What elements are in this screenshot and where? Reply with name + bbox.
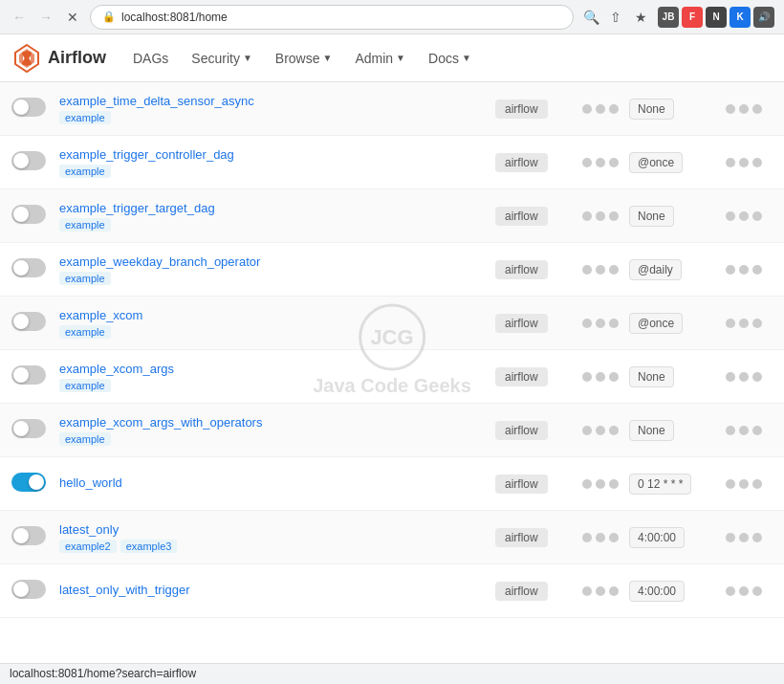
schedule-cell: None <box>629 423 715 437</box>
ext-n[interactable]: N <box>706 7 727 28</box>
nav-browse[interactable]: Browse ▼ <box>264 34 344 82</box>
task-dot <box>609 533 619 542</box>
nav-admin[interactable]: Admin ▼ <box>343 34 417 82</box>
dag-row: example_xcom_args example airflow None <box>0 350 784 404</box>
task-dot <box>582 158 592 167</box>
run-dot <box>739 479 749 489</box>
schedule-cell: 4:00:00 <box>629 584 715 598</box>
run-dot <box>739 104 749 114</box>
dag-toggle[interactable] <box>11 580 46 599</box>
task-dot <box>596 104 605 114</box>
dag-name[interactable]: example_xcom_args_with_operators <box>59 415 490 430</box>
dag-name[interactable]: example_weekday_branch_operator <box>59 254 490 269</box>
nav-logo[interactable]: Airflow <box>11 43 106 74</box>
schedule-cell: None <box>629 209 715 223</box>
schedule-badge: 4:00:00 <box>629 527 685 548</box>
dag-tag: example <box>59 111 111 124</box>
run-dot <box>752 319 762 328</box>
dag-toggle[interactable] <box>11 205 46 224</box>
ext-blue[interactable]: K <box>730 7 751 28</box>
share-icon[interactable]: ⇧ <box>606 8 625 27</box>
task-dot <box>596 265 605 275</box>
task-dot <box>582 586 592 596</box>
dag-list: example_time_delta_sensor_async example … <box>0 82 784 618</box>
dag-name[interactable]: example_xcom <box>59 308 490 322</box>
run-dot <box>739 319 749 328</box>
dag-info: example_trigger_target_dag example <box>54 201 495 232</box>
dag-info: example_xcom_args_with_operators example <box>54 415 495 446</box>
dag-name[interactable]: latest_only <box>59 522 490 537</box>
dag-tags: example <box>59 379 490 392</box>
run-dot <box>739 586 749 596</box>
dag-tag: example <box>59 379 111 392</box>
dag-toggle[interactable] <box>11 526 46 545</box>
owner-badge: airflow <box>495 207 548 226</box>
run-dot <box>752 104 762 114</box>
dag-tags: example <box>59 218 490 232</box>
dag-toggle[interactable] <box>11 258 46 277</box>
owner-badge: airflow <box>495 260 548 279</box>
run-dot <box>726 158 735 167</box>
run-dot <box>726 533 735 542</box>
dag-runs-cell <box>715 158 773 167</box>
dag-tags: example2example3 <box>59 540 490 553</box>
back-button[interactable]: ← <box>10 8 29 27</box>
toggle-cell <box>11 205 54 227</box>
bookmark-icon[interactable]: ★ <box>631 8 650 27</box>
nav-security[interactable]: Security ▼ <box>180 34 263 82</box>
address-bar[interactable]: 🔒 localhost:8081/home <box>90 5 574 30</box>
dag-toggle[interactable] <box>11 98 46 117</box>
ext-red[interactable]: F <box>682 7 703 28</box>
dag-runs-cell <box>715 372 773 382</box>
lock-icon: 🔒 <box>102 11 116 23</box>
dag-row: example_time_delta_sensor_async example … <box>0 82 784 136</box>
task-dot <box>596 479 605 489</box>
dag-row: example_trigger_target_dag example airfl… <box>0 189 784 243</box>
task-dot <box>609 479 619 489</box>
toggle-cell <box>11 526 54 548</box>
toggle-cell <box>11 151 54 173</box>
run-dot <box>739 533 749 542</box>
dag-toggle[interactable] <box>11 312 46 331</box>
dag-name[interactable]: latest_only_with_trigger <box>59 583 490 597</box>
nav-docs[interactable]: Docs ▼ <box>417 34 483 82</box>
dag-toggle[interactable] <box>11 473 46 492</box>
owner-cell: airflow <box>495 262 572 276</box>
dag-row: example_trigger_controller_dag example a… <box>0 136 784 189</box>
task-dot <box>596 586 605 596</box>
search-icon[interactable]: 🔍 <box>581 8 600 27</box>
toggle-cell <box>11 258 54 280</box>
schedule-cell: @once <box>629 155 715 169</box>
owner-cell: airflow <box>495 476 572 491</box>
schedule-cell: None <box>629 369 715 384</box>
dag-info: example_xcom_args example <box>54 362 495 392</box>
dag-tag: example <box>59 325 111 339</box>
dag-toggle[interactable] <box>11 419 46 438</box>
dag-toggle[interactable] <box>11 365 46 385</box>
run-dot <box>752 586 762 596</box>
dag-toggle[interactable] <box>11 151 46 170</box>
dag-name[interactable]: example_trigger_target_dag <box>59 201 490 215</box>
forward-button[interactable]: → <box>36 8 55 27</box>
recent-tasks-cell <box>572 586 629 596</box>
schedule-cell: None <box>629 101 715 116</box>
dag-info: latest_only_with_trigger <box>54 583 495 600</box>
dag-name[interactable]: example_time_delta_sensor_async <box>59 94 490 108</box>
ext-volume[interactable]: 🔊 <box>753 7 774 28</box>
reload-button[interactable]: ✕ <box>63 8 82 27</box>
owner-badge: airflow <box>495 528 548 547</box>
toggle-cell <box>11 312 54 334</box>
dag-runs-cell <box>715 479 773 489</box>
dag-name[interactable]: example_trigger_controller_dag <box>59 147 490 162</box>
recent-tasks-cell <box>572 479 629 489</box>
task-dot <box>582 265 592 275</box>
dag-name[interactable]: example_xcom_args <box>59 362 490 376</box>
owner-cell: airflow <box>495 369 572 384</box>
dag-runs-cell <box>715 533 773 542</box>
ext-jb[interactable]: JB <box>658 7 679 28</box>
dag-name[interactable]: hello_world <box>59 475 490 490</box>
dag-runs-cell <box>715 211 773 221</box>
task-dot <box>609 372 619 382</box>
task-dot <box>609 426 619 435</box>
nav-dags[interactable]: DAGs <box>121 34 180 82</box>
